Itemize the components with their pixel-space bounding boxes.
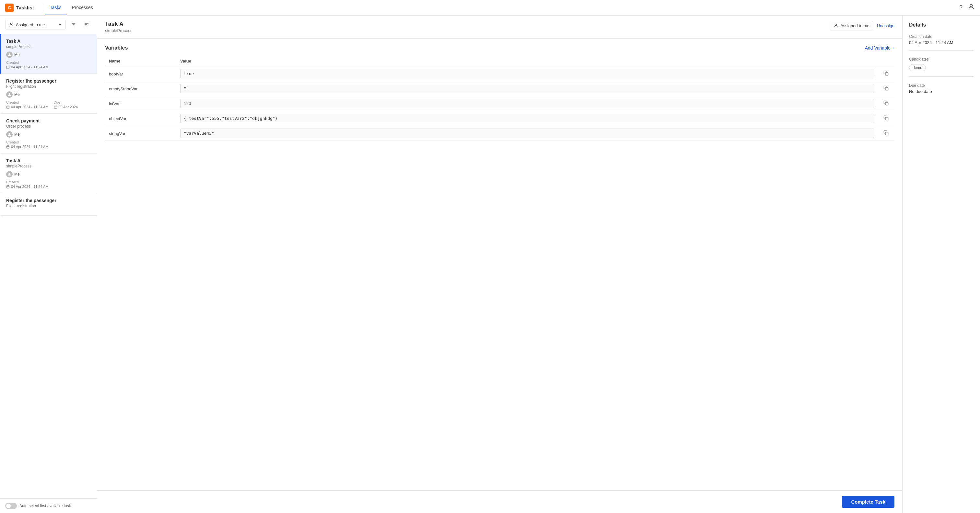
- svg-point-1: [10, 23, 12, 25]
- list-item[interactable]: Register the passenger Flight registrati…: [0, 74, 97, 114]
- svg-point-27: [9, 173, 10, 175]
- creation-date-section: Creation date 04 Apr 2024 - 11:24 AM: [909, 34, 974, 51]
- main-layout: Assigned to me Task A simpleProcess: [0, 16, 980, 513]
- nav-divider: [42, 4, 42, 12]
- assignee-icon: [833, 23, 838, 28]
- copy-button[interactable]: [882, 114, 890, 123]
- chevron-down-icon: [58, 22, 62, 27]
- candidates-label: Candidates: [909, 57, 974, 62]
- var-name: objectVar: [109, 116, 126, 121]
- assigned-to-label: Assigned to me: [840, 23, 870, 28]
- svg-rect-37: [885, 132, 888, 135]
- logo: C Tasklist: [5, 3, 34, 12]
- task-dates: Created 04 Apr 2024 - 11:24 AM: [6, 180, 92, 189]
- task-process: Order process: [6, 124, 92, 129]
- svg-rect-35: [885, 102, 888, 105]
- task-assignee: Me: [6, 51, 92, 58]
- task-assignee: Me: [6, 131, 92, 138]
- add-variable-button[interactable]: Add Variable +: [865, 45, 894, 51]
- task-assignee: Me: [6, 171, 92, 178]
- task-header-left: Task A simpleProcess: [105, 21, 132, 33]
- var-value-input[interactable]: [180, 114, 874, 123]
- task-process: Flight registration: [6, 204, 92, 208]
- copy-button[interactable]: [882, 84, 890, 93]
- task-title: Register the passenger: [6, 198, 92, 203]
- logo-icon: C: [5, 3, 14, 12]
- due-date-section: Due date No due date: [909, 83, 974, 99]
- user-icon[interactable]: [968, 3, 975, 12]
- person-icon: [9, 22, 14, 27]
- list-item[interactable]: Register the passenger Flight registrati…: [0, 193, 97, 216]
- tab-tasks[interactable]: Tasks: [45, 0, 67, 15]
- task-process: simpleProcess: [6, 44, 92, 49]
- candidates-container: demo: [909, 63, 974, 71]
- table-row: intVar: [105, 96, 894, 111]
- sidebar: Assigned to me Task A simpleProcess: [0, 16, 97, 513]
- avatar: [6, 91, 13, 98]
- list-item[interactable]: Check payment Order process Me Created 0…: [0, 114, 97, 154]
- filter-button[interactable]: [68, 19, 79, 30]
- filter-dropdown[interactable]: Assigned to me: [5, 20, 66, 29]
- nav-tabs: Tasks Processes: [45, 0, 98, 15]
- table-row: stringVar: [105, 126, 894, 141]
- sort-button[interactable]: [81, 19, 92, 30]
- list-item[interactable]: Task A simpleProcess Me Created 04 Apr 2…: [0, 34, 97, 74]
- task-dates: Created 04 Apr 2024 - 11:24 AM Due 09 Ap…: [6, 100, 92, 109]
- copy-button[interactable]: [882, 129, 890, 138]
- main-content: Task A simpleProcess Assigned to me Unas…: [97, 16, 902, 513]
- due-date-label: Due date: [909, 83, 974, 88]
- complete-task-button[interactable]: Complete Task: [842, 496, 894, 508]
- variables-title: Variables: [105, 45, 128, 51]
- avatar: [6, 51, 13, 58]
- col-name: Name: [105, 56, 176, 67]
- var-name: intVar: [109, 102, 119, 106]
- var-value-input[interactable]: [180, 129, 874, 138]
- brand-name: Tasklist: [16, 5, 34, 10]
- task-header: Task A simpleProcess Assigned to me Unas…: [97, 16, 902, 38]
- variables-section: Variables Add Variable + Name Value bool…: [97, 38, 902, 490]
- copy-button[interactable]: [882, 69, 890, 78]
- assigned-badge: Assigned to me: [830, 21, 873, 30]
- task-title: Check payment: [6, 118, 92, 123]
- task-main-process: simpleProcess: [105, 28, 132, 33]
- avatar: [6, 131, 13, 138]
- svg-rect-33: [885, 73, 888, 75]
- svg-rect-18: [54, 106, 57, 108]
- svg-point-8: [9, 54, 10, 55]
- col-value: Value: [176, 56, 878, 67]
- svg-point-13: [9, 93, 10, 95]
- svg-rect-14: [6, 106, 9, 108]
- unassign-button[interactable]: Unassign: [877, 23, 894, 28]
- var-name: boolVar: [109, 71, 123, 76]
- svg-rect-9: [6, 66, 9, 68]
- variables-header: Variables Add Variable +: [105, 45, 894, 51]
- svg-rect-23: [6, 145, 9, 148]
- task-process: Flight registration: [6, 84, 92, 89]
- due-date-value: No due date: [909, 89, 974, 94]
- creation-date-value: 04 Apr 2024 - 11:24 AM: [909, 40, 974, 45]
- var-value-input[interactable]: [180, 84, 874, 93]
- sidebar-header: Assigned to me: [0, 16, 97, 34]
- auto-select-toggle[interactable]: [5, 503, 17, 509]
- var-value-input[interactable]: [180, 99, 874, 108]
- top-nav: C Tasklist Tasks Processes ?: [0, 0, 980, 16]
- copy-button[interactable]: [882, 99, 890, 108]
- help-icon[interactable]: ?: [959, 4, 963, 11]
- tab-processes[interactable]: Processes: [67, 0, 98, 15]
- svg-rect-36: [885, 117, 888, 120]
- task-header-right: Assigned to me Unassign: [830, 21, 894, 30]
- right-panel: Details Creation date 04 Apr 2024 - 11:2…: [902, 16, 980, 513]
- task-title: Register the passenger: [6, 78, 92, 84]
- svg-point-32: [835, 24, 837, 25]
- task-title: Task A: [6, 158, 92, 163]
- task-dates: Created 04 Apr 2024 - 11:24 AM: [6, 140, 92, 149]
- candidate-badge: demo: [909, 64, 926, 71]
- var-name: emptyStringVar: [109, 86, 138, 91]
- svg-point-0: [970, 5, 972, 7]
- var-value-input[interactable]: [180, 69, 874, 78]
- table-row: emptyStringVar: [105, 81, 894, 96]
- svg-point-22: [9, 133, 10, 135]
- list-item[interactable]: Task A simpleProcess Me Created 04 Apr 2…: [0, 154, 97, 193]
- task-process: simpleProcess: [6, 164, 92, 168]
- sidebar-footer: Auto-select first available task: [0, 499, 97, 513]
